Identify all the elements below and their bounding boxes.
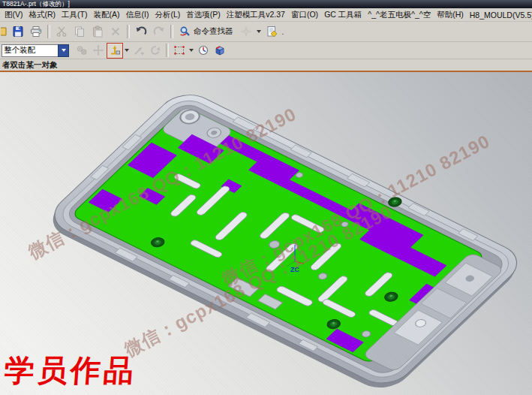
menu-item-7[interactable]: 首选项(P) — [183, 10, 224, 20]
assembly-scope-dropdown-button[interactable] — [58, 44, 69, 57]
toolbar-separator — [166, 44, 169, 57]
rotate-component-button[interactable] — [147, 43, 164, 59]
menu-item-9[interactable]: 窗口(O) — [288, 10, 321, 20]
menu-item-11[interactable]: ^_^老五电极^_^空 — [365, 10, 434, 20]
select-rectangle-dropdown-arrow[interactable] — [189, 49, 194, 52]
copy-button[interactable] — [71, 23, 89, 41]
toolbar-standard: 命令查找器 . — [0, 22, 532, 42]
undo-button[interactable] — [132, 23, 150, 41]
print-button[interactable] — [27, 23, 45, 41]
command-finder-button[interactable]: 命令查找器 — [176, 24, 237, 39]
command-finder-label: 命令查找器 — [194, 26, 233, 37]
add-component-button[interactable] — [131, 43, 147, 59]
redo-button[interactable] — [150, 23, 168, 41]
menu-item-2[interactable]: 格式(R) — [26, 10, 59, 20]
save-button[interactable] — [9, 23, 27, 41]
toolbar-overflow-dot: . — [282, 28, 284, 36]
menu-item-12[interactable]: 帮助(H) — [434, 10, 467, 20]
student-work-caption: 学员作品 — [3, 350, 138, 391]
toolbar-separator — [47, 25, 50, 38]
cut-button[interactable] — [53, 23, 71, 41]
menu-item-1[interactable]: 图(V) — [2, 10, 26, 20]
application-window: T8821A-.prt（修改的）] 图(V)格式(R)工具(T)装配(A)信息(… — [0, 0, 532, 395]
model-canvas[interactable]: ZC — [0, 72, 532, 395]
menu-item-4[interactable]: 装配(A) — [91, 10, 123, 20]
info-button[interactable] — [263, 23, 281, 41]
favorites-button[interactable] — [237, 23, 255, 41]
move-component-dropdown-arrow[interactable] — [125, 49, 129, 52]
menu-item-6[interactable]: 分析(L) — [152, 10, 183, 20]
model-phone-midframe[interactable] — [39, 87, 530, 395]
assembly-constraints-button[interactable] — [74, 43, 90, 59]
toolbar-separator — [127, 25, 130, 38]
assembly-scope-combo — [2, 44, 69, 57]
paste-button[interactable] — [89, 23, 107, 41]
toolbar-assembly — [0, 42, 532, 59]
menubar: 图(V)格式(R)工具(T)装配(A)信息(I)分析(L)首选项(P)注塑模工具… — [0, 8, 532, 22]
menu-item-10[interactable]: GC 工具箱 — [321, 10, 365, 20]
favorites-dropdown-arrow[interactable] — [257, 30, 261, 33]
graphics-window[interactable]: ZC 微信：gcpx168 QQ：11210 82190 微信：gcpx168 … — [0, 72, 532, 395]
wcs-z-label: ZC — [290, 266, 299, 273]
open-icon[interactable] — [0, 23, 9, 41]
move-component-active-button[interactable] — [107, 43, 123, 59]
delete-button[interactable] — [107, 23, 125, 41]
menu-item-3[interactable]: 工具(T) — [59, 10, 90, 20]
prompt-bar: 者双击某一对象 — [0, 59, 532, 72]
select-rectangle-button[interactable] — [171, 43, 188, 59]
clock-button[interactable] — [195, 43, 212, 59]
menu-item-13[interactable]: H8_MOULD(V5.5) — [467, 11, 532, 20]
show-hide-box-button[interactable] — [212, 43, 228, 59]
menu-item-5[interactable]: 信息(I) — [123, 10, 152, 20]
assembly-scope-input[interactable] — [2, 44, 58, 57]
title-bar: T8821A-.prt（修改的）] — [0, 0, 532, 8]
toolbar-separator — [170, 25, 173, 38]
command-finder-icon — [179, 26, 191, 38]
move-component-button[interactable] — [90, 43, 107, 59]
menu-item-8[interactable]: 注塑模工具v2.37 — [224, 10, 288, 20]
